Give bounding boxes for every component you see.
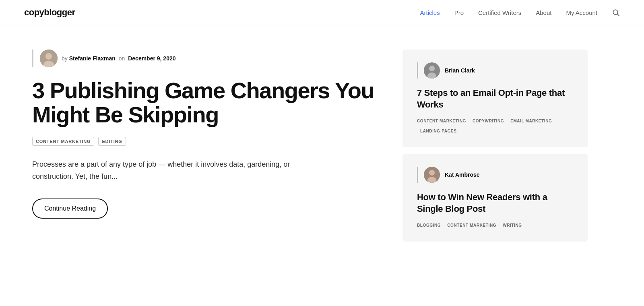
card-1-tags: CONTENT MARKETING COPYWRITING EMAIL MARK… [417, 118, 573, 134]
card-2-tag-blogging[interactable]: BLOGGING [417, 222, 441, 229]
card-1-tag-email-marketing[interactable]: EMAIL MARKETING [510, 118, 552, 124]
card-2-tag-writing[interactable]: WRITING [503, 222, 522, 229]
article-excerpt: Processes are a part of any type of job … [32, 159, 298, 182]
card-1-author-name[interactable]: Brian Clark [445, 67, 475, 74]
author-avatar [40, 50, 58, 67]
card-2-avatar [424, 167, 440, 183]
by-label: by [62, 55, 68, 62]
svg-point-9 [429, 170, 435, 176]
article-tags: CONTENT MARKETING EDITING [32, 137, 378, 146]
sidebar-card-1: Brian Clark 7 Steps to an Email Opt-in P… [402, 50, 588, 147]
author-line: by Stefanie Flaxman on December 9, 2020 [32, 50, 378, 67]
card-1-title[interactable]: 7 Steps to an Email Opt-in Page that Wor… [417, 87, 573, 110]
card-2-author-name[interactable]: Kat Ambrose [445, 172, 480, 178]
main-container: by Stefanie Flaxman on December 9, 2020 … [0, 25, 644, 272]
card-1-tag-copywriting[interactable]: COPYWRITING [473, 118, 504, 124]
card-2-author-line: Kat Ambrose [417, 167, 573, 183]
nav-about[interactable]: About [536, 9, 551, 16]
svg-line-1 [617, 14, 619, 16]
search-button[interactable] [612, 8, 620, 17]
card-2-tags: BLOGGING CONTENT MARKETING WRITING [417, 222, 573, 229]
site-header: copyblogger Articles Pro Certified Write… [0, 0, 644, 25]
card-2-tag-content-marketing[interactable]: CONTENT MARKETING [447, 222, 496, 229]
card-1-author-line: Brian Clark [417, 62, 573, 79]
nav-my-account[interactable]: My Account [566, 9, 597, 16]
svg-point-6 [429, 66, 435, 71]
site-logo[interactable]: copyblogger [24, 7, 75, 18]
main-article: by Stefanie Flaxman on December 9, 2020 … [32, 50, 378, 248]
search-icon [612, 8, 620, 17]
nav-pro[interactable]: Pro [454, 9, 464, 16]
svg-point-0 [613, 10, 618, 14]
author-meta: by Stefanie Flaxman on December 9, 2020 [62, 55, 176, 62]
nav-articles[interactable]: Articles [420, 9, 440, 16]
sidebar-card-2: Kat Ambrose How to Win New Readers with … [402, 154, 588, 242]
card-1-tag-content-marketing[interactable]: CONTENT MARKETING [417, 118, 466, 124]
card-1-tag-landing-pages[interactable]: LANDING PAGES [420, 128, 456, 134]
on-label: on [119, 55, 125, 62]
sidebar: Brian Clark 7 Steps to an Email Opt-in P… [402, 50, 588, 248]
main-nav: Articles Pro Certified Writers About My … [420, 8, 620, 17]
article-title: 3 Publishing Game Changers You Might Be … [32, 79, 378, 127]
tag-content-marketing[interactable]: CONTENT MARKETING [32, 137, 94, 146]
author-name[interactable]: Stefanie Flaxman [69, 55, 116, 62]
svg-point-3 [45, 53, 52, 60]
article-date: December 9, 2020 [128, 55, 175, 62]
nav-certified-writers[interactable]: Certified Writers [478, 9, 521, 16]
card-2-title[interactable]: How to Win New Readers with a Single Blo… [417, 192, 573, 215]
card-1-avatar [424, 62, 440, 79]
continue-reading-button[interactable]: Continue Reading [32, 198, 108, 219]
tag-editing[interactable]: EDITING [98, 137, 126, 146]
